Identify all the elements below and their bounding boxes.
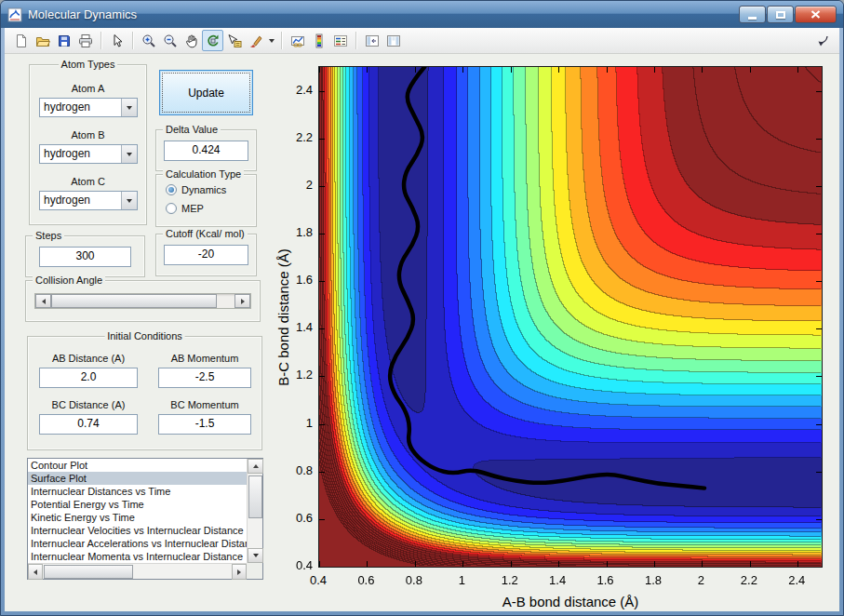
x-tick-label: 1.4 [537,573,578,587]
insert-legend-icon[interactable] [329,30,351,51]
scroll-right-button[interactable] [232,564,247,580]
x-tick-label: 1.8 [633,573,674,587]
cutoff-title: Cutoff (Kcal/ mol) [163,228,248,239]
data-cursor-icon[interactable] [223,30,245,51]
steps-panel: Steps 300 [25,235,145,277]
x-tick-label: 1.2 [489,573,530,587]
bc-momentum-label: BC Momentum [158,399,251,410]
y-tick-label: 1.6 [274,273,313,287]
chevron-down-icon[interactable] [121,99,137,116]
delta-value-title: Delta Value [163,124,221,135]
vertical-scroll-thumb[interactable] [248,475,262,518]
list-item[interactable]: Internuclear Momenta vs Internuclear Dis… [28,550,247,563]
plot-type-listbox[interactable]: Contour PlotSurface PlotInternuclear Dis… [27,458,263,580]
x-tick-label: 1 [441,573,482,587]
horizontal-scroll-thumb[interactable] [44,565,133,579]
edit-plot-arrow-icon[interactable] [106,30,127,51]
y-axis-label: B-C bond distance (Å) [275,248,291,386]
collision-angle-panel: Collision Angle [25,280,261,322]
initial-conditions-panel: Initial Conditions AB Distance (A) AB Mo… [27,336,262,450]
x-tick-label: 2.2 [729,573,770,587]
horizontal-scrollbar[interactable] [28,563,247,579]
x-tick-label: 0.4 [298,573,339,587]
maximize-icon [776,11,785,19]
scrollbar-corner [247,563,262,579]
x-tick-label: 0.6 [345,573,386,587]
scroll-left-button[interactable] [28,564,43,580]
atom-a-value: hydrogen [40,99,121,116]
ab-momentum-label: AB Momentum [158,353,251,364]
link-plot-icon[interactable] [287,30,308,51]
scroll-up-button[interactable] [248,459,263,474]
steps-field[interactable]: 300 [39,247,131,267]
atom-c-value: hydrogen [40,192,121,209]
zoom-in-icon[interactable] [138,30,159,51]
pan-hand-icon[interactable] [181,30,202,51]
list-item[interactable]: Contour Plot [28,459,247,472]
rotate-3d-icon[interactable] [202,30,223,51]
contour-plot-canvas[interactable] [318,66,823,568]
atom-a-select[interactable]: hydrogen [39,98,138,117]
delta-value-field[interactable]: 0.424 [164,141,248,161]
list-item[interactable]: Internuclear Accelerations vs Internucle… [28,537,247,550]
atom-c-select[interactable]: hydrogen [39,191,138,210]
slider-left-arrow[interactable] [35,294,51,308]
y-tick-label: 2.2 [274,130,313,144]
atom-b-select[interactable]: hydrogen [39,144,138,164]
list-item[interactable]: Surface Plot [28,472,247,485]
update-button[interactable]: Update [159,70,253,115]
hide-plot-tools-icon[interactable] [361,30,382,51]
y-tick-label: 2 [274,178,313,192]
new-figure-icon[interactable] [10,30,32,51]
radio-dot [166,184,177,195]
chevron-down-icon[interactable] [121,192,137,209]
y-tick-label: 0.4 [274,558,313,572]
calculation-type-title: Calculation Type [163,168,244,180]
open-folder-icon[interactable] [32,30,53,51]
list-item[interactable]: Potential Energy vs Time [28,498,247,511]
list-item[interactable]: Kinetic Energy vs Time [28,511,247,524]
ab-distance-field[interactable]: 2.0 [39,368,138,388]
x-tick-label: 1.6 [585,573,626,587]
insert-colorbar-icon[interactable] [308,30,329,51]
bc-distance-label: BC Distance (A) [39,399,138,410]
slider-right-arrow[interactable] [234,294,250,308]
ab-momentum-field[interactable]: -2.5 [158,368,251,388]
app-icon [7,7,22,22]
bc-distance-field[interactable]: 0.74 [39,414,138,435]
dock-figure-icon[interactable] [812,30,834,51]
figure-toolbar [5,28,839,54]
scroll-down-button[interactable] [248,548,263,563]
list-item[interactable]: Internuclear Velocities vs Internuclear … [28,524,247,537]
toolbar-separator [355,32,356,49]
minimize-icon [748,17,757,20]
chevron-down-icon[interactable] [121,145,137,163]
atom-types-title: Atom Types [59,59,118,70]
maximize-button[interactable] [767,6,794,23]
bc-momentum-field[interactable]: -1.5 [158,414,251,435]
brush-icon[interactable] [245,30,266,51]
slider-thumb[interactable] [51,294,217,308]
title-bar[interactable]: Molecular Dynamics [1,1,843,28]
x-axis-label: A-B bond distance (Å) [318,594,823,609]
radio-mep[interactable]: MEP [166,203,204,214]
close-button[interactable] [795,6,837,23]
print-icon[interactable] [74,30,96,51]
show-plot-tools-icon[interactable] [382,30,404,51]
radio-dynamics-label: Dynamics [181,184,226,195]
list-item[interactable]: Internuclear Distances vs Time [28,485,247,498]
vertical-scrollbar[interactable] [247,459,262,563]
figure-content: Atom Types Atom A hydrogen Atom B hydrog… [5,54,839,611]
brush-dropdown-caret[interactable] [266,30,276,51]
minimize-button[interactable] [739,6,766,23]
zoom-out-icon[interactable] [159,30,181,51]
cutoff-field[interactable]: -20 [164,245,248,265]
window-controls [739,6,837,23]
collision-angle-slider[interactable] [34,293,251,309]
steps-title: Steps [33,230,64,241]
save-icon[interactable] [53,30,74,51]
atom-c-label: Atom C [30,176,146,187]
y-tick-label: 1.4 [274,320,313,334]
radio-dynamics[interactable]: Dynamics [166,184,226,195]
atom-types-panel: Atom Types Atom A hydrogen Atom B hydrog… [29,64,147,225]
